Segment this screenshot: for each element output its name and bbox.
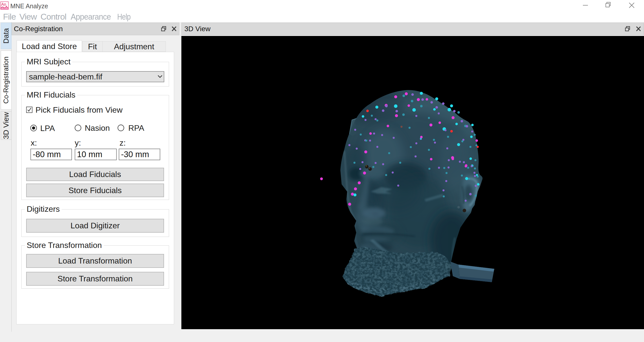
svg-text:An: An <box>1 2 6 7</box>
